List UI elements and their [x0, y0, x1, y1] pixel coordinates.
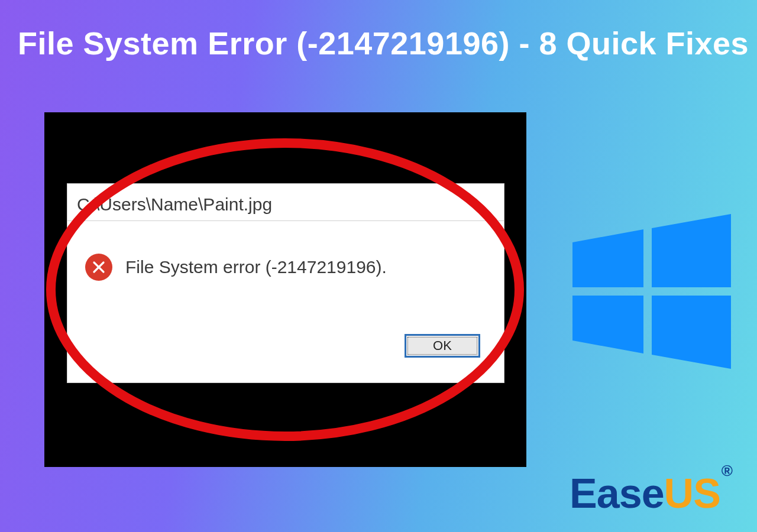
error-x-icon [85, 254, 112, 281]
dialog-separator [67, 220, 504, 221]
error-dialog: C:\Users\Name\Paint.jpg File System erro… [67, 183, 504, 383]
error-message-text: File System error (-2147219196). [125, 257, 387, 277]
dialog-file-path: C:\Users\Name\Paint.jpg [77, 194, 272, 215]
brand-registered-icon: ® [722, 462, 732, 479]
easeus-brand-logo: EaseUS® [570, 473, 731, 514]
svg-marker-4 [652, 214, 731, 287]
promo-canvas: File System Error (-2147219196) - 8 Quic… [0, 0, 757, 532]
svg-marker-6 [652, 296, 731, 369]
svg-marker-5 [572, 296, 643, 353]
windows-logo-icon [568, 208, 733, 374]
page-title: File System Error (-2147219196) - 8 Quic… [18, 25, 739, 61]
screenshot-panel: C:\Users\Name\Paint.jpg File System erro… [44, 112, 526, 467]
brand-text-us: US [664, 471, 720, 517]
error-row: File System error (-2147219196). [85, 254, 387, 281]
svg-marker-3 [572, 229, 643, 287]
brand-text-ease: Ease [570, 471, 664, 517]
ok-button[interactable]: OK [405, 334, 480, 358]
